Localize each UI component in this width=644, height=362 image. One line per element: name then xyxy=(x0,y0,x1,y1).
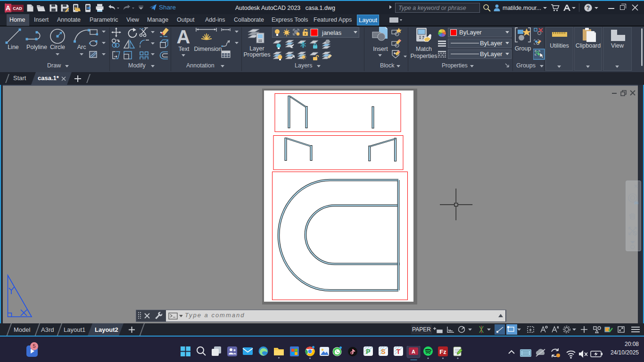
svg-text:T: T xyxy=(396,348,401,355)
svg-text:Circle: Circle xyxy=(50,44,65,50)
svg-text:Polyline: Polyline xyxy=(26,44,47,50)
svg-text:Line: Line xyxy=(8,44,19,50)
svg-text:S: S xyxy=(381,348,385,355)
svg-text:Arc: Arc xyxy=(77,44,86,50)
svg-text:P: P xyxy=(366,348,370,355)
svg-text:A: A xyxy=(412,349,415,354)
svg-text:Fz: Fz xyxy=(439,348,446,355)
svg-text:2D: 2D xyxy=(634,201,638,205)
